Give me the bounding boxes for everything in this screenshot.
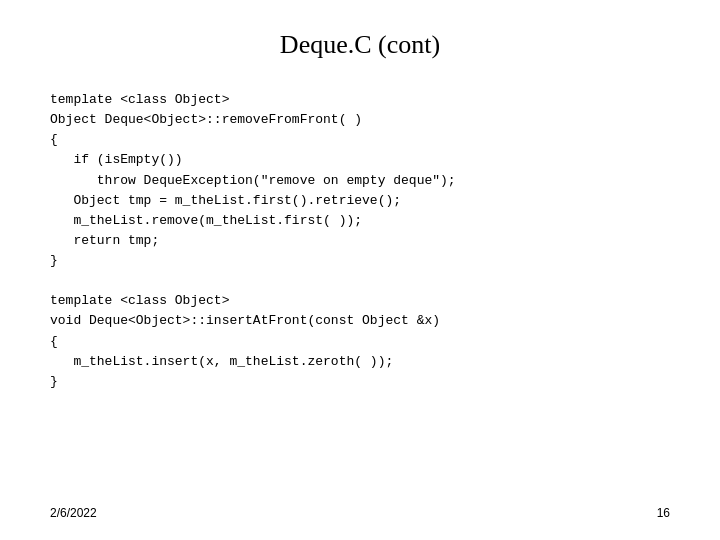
- code-block-1: template <class Object> Object Deque<Obj…: [50, 90, 670, 271]
- slide: Deque.C (cont) template <class Object> O…: [0, 0, 720, 540]
- footer-page: 16: [657, 506, 670, 520]
- code-block-2: template <class Object> void Deque<Objec…: [50, 291, 670, 392]
- slide-title: Deque.C (cont): [50, 30, 670, 60]
- footer-date: 2/6/2022: [50, 506, 97, 520]
- slide-footer: 2/6/2022 16: [50, 506, 670, 520]
